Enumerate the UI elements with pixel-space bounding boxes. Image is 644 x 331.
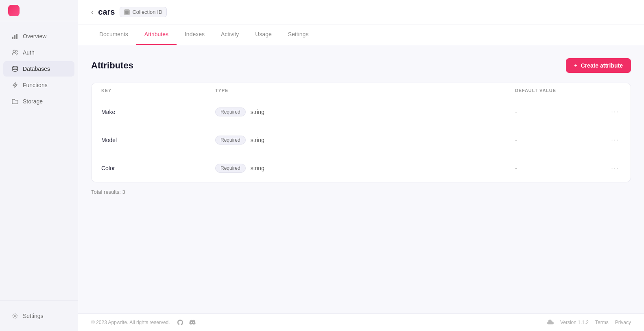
section-header: Attributes + Create attribute bbox=[91, 58, 631, 73]
more-options-button[interactable]: ··· bbox=[609, 134, 621, 146]
svg-rect-0 bbox=[12, 37, 13, 39]
sidebar-logo bbox=[0, 0, 78, 21]
svg-point-6 bbox=[14, 315, 16, 317]
logo-mark bbox=[8, 5, 20, 16]
cell-type: Required string bbox=[215, 136, 515, 145]
tab-settings[interactable]: Settings bbox=[280, 24, 317, 45]
cell-type: Required string bbox=[215, 107, 515, 116]
chart-icon bbox=[11, 33, 19, 40]
tab-indexes[interactable]: Indexes bbox=[177, 24, 213, 45]
required-badge: Required bbox=[215, 136, 246, 145]
footer-right: Version 1.1.2 Terms Privacy bbox=[547, 320, 631, 326]
main-content: ‹ cars Collection ID Documents Attribute… bbox=[78, 0, 644, 331]
sidebar-item-label: Overview bbox=[23, 33, 46, 39]
attributes-table: KEY TYPE DEFAULT VALUE Make Required str… bbox=[91, 83, 631, 182]
page-header: ‹ cars Collection ID bbox=[78, 0, 644, 24]
tab-bar: Documents Attributes Indexes Activity Us… bbox=[78, 24, 644, 45]
footer-icons bbox=[177, 319, 196, 326]
sidebar-item-functions[interactable]: Functions bbox=[3, 77, 74, 93]
tab-usage[interactable]: Usage bbox=[247, 24, 279, 45]
tab-documents[interactable]: Documents bbox=[91, 24, 136, 45]
sidebar-item-label: Storage bbox=[23, 98, 43, 105]
more-options-button[interactable]: ··· bbox=[609, 106, 621, 118]
create-attribute-button[interactable]: + Create attribute bbox=[566, 58, 631, 73]
version-label: Version 1.1.2 bbox=[560, 320, 589, 325]
users-icon bbox=[11, 49, 19, 56]
collection-id-badge[interactable]: Collection ID bbox=[120, 7, 167, 17]
table-row: Make Required string - ··· bbox=[92, 98, 631, 126]
cell-actions: ··· bbox=[596, 162, 621, 174]
database-icon bbox=[11, 65, 19, 72]
sidebar-item-auth[interactable]: Auth bbox=[3, 45, 74, 60]
svg-rect-1 bbox=[14, 35, 15, 39]
attribute-type: string bbox=[251, 109, 264, 115]
folder-icon bbox=[11, 98, 19, 105]
svg-rect-2 bbox=[16, 34, 17, 39]
section-title: Attributes bbox=[91, 60, 133, 71]
tab-attributes[interactable]: Attributes bbox=[136, 24, 177, 45]
attribute-key: Color bbox=[101, 165, 215, 171]
sidebar: Overview Auth Databases Functions Storag… bbox=[0, 0, 78, 331]
collection-id-icon bbox=[124, 9, 130, 15]
terms-link[interactable]: Terms bbox=[595, 320, 609, 325]
collection-id-label: Collection ID bbox=[132, 9, 162, 15]
lightning-icon bbox=[11, 81, 19, 89]
sidebar-item-label: Functions bbox=[23, 82, 48, 88]
column-header-key: KEY bbox=[101, 88, 215, 93]
more-options-button[interactable]: ··· bbox=[609, 162, 621, 174]
svg-point-5 bbox=[13, 66, 17, 68]
column-header-type: TYPE bbox=[215, 88, 515, 93]
column-header-default: DEFAULT VALUE bbox=[515, 88, 596, 93]
svg-rect-7 bbox=[125, 11, 129, 14]
attribute-default: - bbox=[515, 109, 596, 115]
attribute-default: - bbox=[515, 165, 596, 171]
plus-icon: + bbox=[574, 62, 577, 69]
tab-activity[interactable]: Activity bbox=[213, 24, 247, 45]
content-area: Attributes + Create attribute KEY TYPE D… bbox=[78, 45, 644, 313]
sidebar-item-label: Settings bbox=[23, 313, 44, 319]
attribute-default: - bbox=[515, 137, 596, 143]
total-results: Total results: 3 bbox=[91, 189, 631, 195]
table-row: Model Required string - ··· bbox=[92, 126, 631, 154]
svg-point-4 bbox=[16, 50, 17, 52]
gear-icon bbox=[11, 312, 19, 320]
required-badge: Required bbox=[215, 107, 246, 116]
attribute-type: string bbox=[251, 165, 264, 171]
attribute-key: Make bbox=[101, 109, 215, 115]
create-attribute-label: Create attribute bbox=[581, 62, 623, 69]
sidebar-item-overview[interactable]: Overview bbox=[3, 28, 74, 44]
sidebar-item-settings[interactable]: Settings bbox=[3, 308, 74, 324]
sidebar-item-label: Databases bbox=[23, 66, 50, 72]
back-button[interactable]: ‹ bbox=[91, 9, 93, 16]
table-row: Color Required string - ··· bbox=[92, 154, 631, 182]
footer-left: © 2023 Appwrite. All rights reserved. bbox=[91, 319, 196, 326]
collection-name: cars bbox=[98, 7, 115, 17]
cell-type: Required string bbox=[215, 164, 515, 173]
cell-actions: ··· bbox=[596, 106, 621, 118]
privacy-link[interactable]: Privacy bbox=[615, 320, 631, 325]
required-badge: Required bbox=[215, 164, 246, 173]
column-header-actions bbox=[596, 88, 621, 93]
sidebar-item-label: Auth bbox=[23, 49, 35, 56]
footer-cloud-icon bbox=[547, 320, 554, 326]
github-icon[interactable] bbox=[177, 319, 184, 326]
sidebar-bottom: Settings bbox=[0, 300, 78, 331]
attribute-type: string bbox=[251, 137, 264, 143]
page-footer: © 2023 Appwrite. All rights reserved. Ve… bbox=[78, 313, 644, 331]
attribute-key: Model bbox=[101, 137, 215, 143]
sidebar-item-storage[interactable]: Storage bbox=[3, 94, 74, 109]
sidebar-item-databases[interactable]: Databases bbox=[3, 61, 74, 77]
discord-icon[interactable] bbox=[189, 319, 196, 326]
cell-actions: ··· bbox=[596, 134, 621, 146]
table-header-row: KEY TYPE DEFAULT VALUE bbox=[92, 83, 631, 98]
svg-point-3 bbox=[13, 50, 15, 53]
sidebar-nav: Overview Auth Databases Functions Storag… bbox=[0, 21, 78, 300]
copyright-text: © 2023 Appwrite. All rights reserved. bbox=[91, 320, 170, 325]
